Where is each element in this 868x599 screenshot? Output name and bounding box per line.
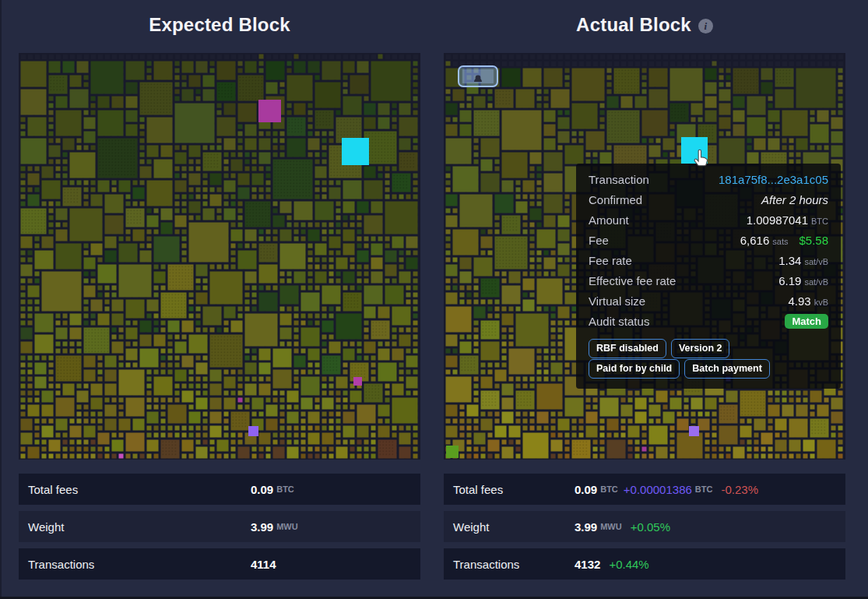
stat-percent-change: +0.44%: [609, 558, 648, 571]
tooltip-row-confirmed: Confirmed After 2 hours: [589, 189, 828, 210]
stat-row-transactions: Transactions 4132 +0.44%: [444, 548, 845, 580]
block-audit-page: Expected Block Total fees 0.09 BTC Weigh…: [0, 0, 868, 599]
tooltip-unit: BTC: [811, 217, 828, 226]
tooltip-row-fee: Fee 6,616sats$5.58: [589, 230, 828, 250]
badge-version-2: Version 2: [671, 339, 730, 358]
badge-rbf-disabled: RBF disabled: [589, 339, 666, 358]
tooltip-label: Confirmed: [589, 193, 642, 206]
stat-label: Weight: [28, 520, 251, 534]
tooltip-label: Transaction: [589, 173, 649, 186]
stat-unit: MWU: [600, 522, 622, 531]
expected-block-title-text: Expected Block: [149, 14, 290, 35]
transaction-id-link[interactable]: 181a75f8...2e3a1c05: [719, 173, 828, 186]
stat-delta: +0.00001386: [624, 483, 692, 496]
tooltip-value: 4.93kvB: [788, 294, 828, 308]
tooltip-row-transaction: Transaction 181a75f8...2e3a1c05: [589, 169, 828, 189]
expected-block-title: Expected Block: [19, 14, 420, 36]
stat-value: 0.09: [251, 483, 273, 496]
badge-batch-payment: Batch payment: [684, 359, 770, 379]
stat-row-total-fees: Total fees 0.09 BTC: [19, 474, 420, 505]
tooltip-unit: sat/vB: [804, 277, 828, 287]
hand-cursor-icon: [691, 148, 712, 168]
actual-block-title-text: Actual Block: [576, 14, 691, 35]
tooltip-label: Amount: [589, 213, 629, 227]
tooltip-row-effective-fee-rate: Effective fee rate 6.19sat/vB: [589, 270, 828, 291]
tooltip-unit: sats: [772, 237, 788, 246]
stat-row-transactions: Transactions 4114: [19, 548, 420, 580]
stat-label: Total fees: [28, 483, 251, 496]
tooltip-label: Fee rate: [589, 254, 632, 267]
expected-block-stats: Total fees 0.09 BTC Weight 3.99 MWU Tran…: [19, 474, 420, 586]
stat-value: 3.99: [251, 520, 273, 534]
tooltip-value: 6.19sat/vB: [778, 274, 828, 287]
tooltip-label: Virtual size: [589, 294, 645, 308]
tooltip-value: After 2 hours: [761, 193, 828, 206]
tooltip-value: 1.00987041BTC: [747, 213, 828, 227]
stat-value: 4114: [251, 558, 276, 571]
stat-delta-unit: BTC: [695, 484, 713, 494]
stat-label: Transactions: [453, 558, 575, 571]
tooltip-label: Audit status: [589, 315, 649, 328]
badge-paid-for-by-child: Paid for by child: [589, 359, 680, 379]
expected-block-treemap[interactable]: [19, 53, 419, 460]
stat-percent-change: -0.23%: [721, 483, 758, 496]
stat-label: Transactions: [28, 558, 251, 571]
expected-block-visualization[interactable]: [19, 53, 420, 460]
stat-unit: BTC: [276, 484, 294, 494]
audit-status-match-badge: Match: [785, 314, 828, 329]
tooltip-row-amount: Amount 1.00987041BTC: [589, 210, 828, 230]
tooltip-label: Fee: [589, 234, 609, 247]
transaction-tooltip: Transaction 181a75f8...2e3a1c05 Confirme…: [576, 164, 841, 389]
tooltip-unit: sat/vB: [804, 257, 828, 266]
stat-row-total-fees: Total fees 0.09 BTC +0.00001386 BTC -0.2…: [444, 474, 845, 505]
stat-percent-change: +0.05%: [631, 520, 670, 534]
tooltip-row-audit-status: Audit status Match: [589, 311, 828, 331]
tooltip-row-virtual-size: Virtual size 4.93kvB: [589, 291, 828, 311]
tooltip-row-fee-rate: Fee rate 1.34sat/vB: [589, 250, 828, 270]
stat-value: 3.99: [575, 520, 597, 534]
tooltip-label: Effective fee rate: [589, 274, 676, 287]
actual-block-title: Actual Blocki: [444, 14, 845, 36]
info-icon[interactable]: i: [698, 19, 713, 33]
tooltip-unit: kvB: [814, 298, 828, 307]
stat-row-weight: Weight 3.99 MWU +0.05%: [444, 511, 845, 542]
stat-label: Total fees: [453, 483, 575, 496]
stat-unit: BTC: [600, 484, 618, 494]
stat-label: Weight: [453, 520, 575, 534]
stat-value: 4132: [575, 558, 600, 571]
tooltip-value: 6,616sats$5.58: [740, 234, 828, 247]
stat-row-weight: Weight 3.99 MWU: [19, 511, 420, 542]
fee-fiat-value: $5.58: [799, 234, 828, 247]
tooltip-value: 1.34sat/vB: [778, 254, 828, 267]
left-edge-divider: [0, 0, 2, 599]
actual-block-stats: Total fees 0.09 BTC +0.00001386 BTC -0.2…: [444, 474, 845, 586]
tooltip-badges: RBF disabledVersion 2Paid for by childBa…: [589, 338, 828, 379]
stat-value: 0.09: [575, 483, 597, 496]
stat-unit: MWU: [276, 522, 298, 531]
